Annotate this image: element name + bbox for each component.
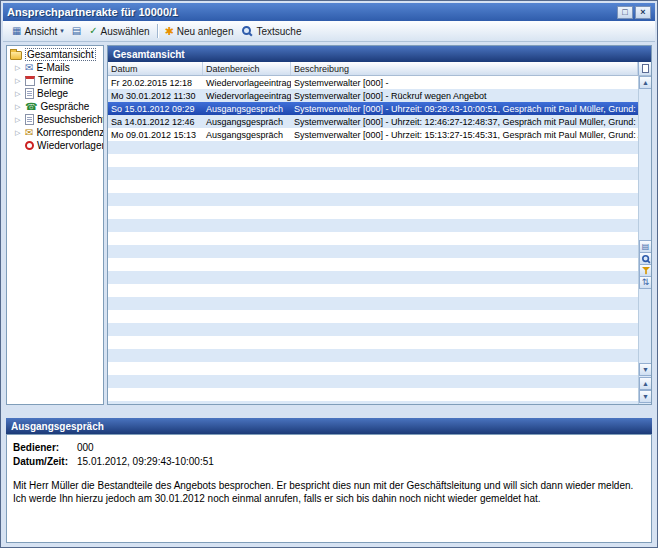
table-view-button[interactable]: ▤	[68, 25, 85, 37]
titlebar[interactable]: Ansprechpartnerakte für 10000/1 □ ×	[3, 3, 655, 21]
table-row-empty	[108, 362, 638, 375]
table-row-empty	[108, 141, 638, 154]
expander-icon[interactable]: ▷	[15, 116, 22, 124]
sort-button[interactable]: ⇅	[639, 276, 652, 289]
table-row[interactable]: Sa 14.01.2012 12:46 Ausgangsgespräch Sys…	[108, 115, 638, 128]
cell-datenbereich: Wiedervorlageeintrag	[203, 78, 291, 88]
table-row-empty	[108, 336, 638, 349]
restore-icon: □	[622, 7, 627, 17]
scroll-down-icon: ▼	[642, 366, 649, 373]
toolbar-separator	[157, 24, 158, 38]
field-datumzeit: Datum/Zeit: 15.01.2012, 09:29:43-10:00:5…	[13, 454, 645, 468]
toolbar: ▦ Ansicht ▾ ▤ ✓ Auswählen ✱ Neu anlegen …	[3, 21, 655, 42]
report-icon	[25, 114, 34, 125]
sidebar-item-label: Korrespondenzen	[36, 127, 104, 138]
table-body: Fr 20.02.2015 12:18 Wiedervorlageeintrag…	[108, 76, 638, 404]
note-line-1: Mit Herr Müller die Bestandteile des Ang…	[13, 479, 645, 492]
ansicht-button[interactable]: ▦ Ansicht ▾	[8, 25, 68, 38]
table-row-empty	[108, 375, 638, 388]
field-bediener: Bediener: 000	[13, 440, 645, 454]
column-header-beschreibung[interactable]: Beschreibung	[291, 62, 638, 75]
textsuche-button[interactable]: Textsuche	[237, 24, 305, 38]
main-section-header: Gesamtansicht	[108, 46, 651, 62]
detail-section-header: Ausgangsgespräch	[6, 418, 652, 434]
table-row-empty	[108, 245, 638, 258]
cell-datum: So 15.01.2012 09:29	[108, 104, 203, 114]
filter-icon	[642, 267, 650, 275]
table-row-empty	[108, 258, 638, 271]
cell-datenbereich: Ausgangsgespräch	[203, 104, 291, 114]
table-row-empty	[108, 323, 638, 336]
quick-search-button[interactable]	[639, 252, 652, 265]
sidebar-item-label: Wiedervorlagen	[37, 140, 104, 151]
sidebar-item-label: E-Mails	[36, 62, 69, 73]
sidebar-item-belege[interactable]: ▷ Belege	[7, 87, 103, 100]
column-options-button[interactable]	[638, 62, 651, 75]
sidebar-item-besuchsberichte[interactable]: ▷ Besuchsberichte	[7, 113, 103, 126]
phone-icon: ☎	[25, 102, 37, 112]
table-row[interactable]: Fr 20.02.2015 12:18 Wiedervorlageeintrag…	[108, 76, 638, 89]
search-icon	[241, 25, 253, 37]
clock-icon	[25, 141, 34, 150]
table-row-empty	[108, 193, 638, 206]
cell-beschreibung: Systemverwalter [000] - Uhrzeit: 09:29:4…	[291, 104, 638, 114]
scroll-up-button[interactable]: ▲	[639, 76, 652, 89]
close-button[interactable]: ×	[635, 6, 651, 19]
bediener-value: 000	[77, 442, 94, 453]
window: Ansprechpartnerakte für 10000/1 □ × ▦ An…	[0, 0, 658, 548]
next-record-button[interactable]: ▼	[639, 390, 652, 403]
datumzeit-label: Datum/Zeit:	[13, 456, 77, 467]
cell-beschreibung: Systemverwalter [000] - Uhrzeit: 15:13:2…	[291, 130, 638, 140]
ansicht-label: Ansicht	[24, 26, 57, 37]
neu-anlegen-button[interactable]: ✱ Neu anlegen	[161, 25, 238, 38]
sidebar-item-termine[interactable]: ▷ Termine	[7, 74, 103, 87]
table-view-icon: ▤	[72, 26, 81, 36]
table-row-empty	[108, 310, 638, 323]
sidebar-item-label: Gespräche	[40, 101, 89, 112]
cell-beschreibung: Systemverwalter [000] -	[291, 78, 638, 88]
mail-icon: ✉	[25, 63, 33, 73]
sheet-icon	[642, 64, 649, 73]
cell-beschreibung: Systemverwalter [000] - Uhrzeit: 12:46:2…	[291, 117, 638, 127]
auswaehlen-label: Auswählen	[101, 26, 150, 37]
sort-updown-icon: ⇅	[642, 278, 650, 287]
restore-button[interactable]: □	[617, 6, 633, 19]
caption-buttons: □ ×	[617, 6, 651, 19]
window-title: Ansprechpartnerakte für 10000/1	[7, 6, 178, 18]
document-icon	[25, 88, 34, 99]
column-header-datenbereich[interactable]: Datenbereich	[203, 62, 291, 75]
cell-datum: Sa 14.01.2012 12:46	[108, 117, 203, 127]
expander-icon[interactable]: ▷	[15, 103, 22, 111]
main-section-title: Gesamtansicht	[113, 49, 185, 60]
textsuche-label: Textsuche	[256, 26, 301, 37]
table-row-empty	[108, 180, 638, 193]
chevron-down-icon: ▾	[60, 27, 64, 35]
scroll-up-icon: ▲	[642, 79, 649, 86]
sidebar-item-label: Besuchsberichte	[37, 114, 104, 125]
expander-icon[interactable]: ▷	[15, 90, 22, 98]
letter-icon: ✉	[25, 128, 33, 138]
sidebar-item-wiedervorlagen[interactable]: Wiedervorlagen	[7, 139, 103, 152]
expander-icon[interactable]: ▷	[15, 64, 22, 72]
sidebar-item-gesamtansicht[interactable]: Gesamtansicht	[7, 48, 103, 61]
sidebar-item-emails[interactable]: ▷ ✉ E-Mails	[7, 61, 103, 74]
vertical-scrollbar[interactable]: ▲ ▤ ⇅ ▼ ▲ ▼	[638, 76, 651, 404]
auswaehlen-button[interactable]: ✓ Auswählen	[85, 25, 153, 38]
table-row[interactable]: Mo 09.01.2012 15:13 Ausgangsgespräch Sys…	[108, 128, 638, 141]
sidebar-item-label: Termine	[38, 75, 74, 86]
cell-datenbereich: Ausgangsgespräch	[203, 130, 291, 140]
cell-datum: Fr 20.02.2015 12:18	[108, 78, 203, 88]
cell-datenbereich: Ausgangsgespräch	[203, 117, 291, 127]
column-header-datum[interactable]: Datum	[108, 62, 203, 75]
sidebar-item-korrespondenzen[interactable]: ▷ ✉ Korrespondenzen	[7, 126, 103, 139]
expander-icon[interactable]: ▷	[15, 129, 22, 137]
sidebar-item-gespraeche[interactable]: ▷ ☎ Gespräche	[7, 100, 103, 113]
expander-icon[interactable]: ▷	[15, 77, 22, 85]
table-row-selected[interactable]: So 15.01.2012 09:29 Ausgangsgespräch Sys…	[108, 102, 638, 115]
table-row-empty	[108, 401, 638, 404]
table-row-empty	[108, 297, 638, 310]
scroll-down-button[interactable]: ▼	[639, 363, 652, 376]
new-item-icon: ✱	[165, 26, 174, 37]
previous-record-button[interactable]: ▲	[639, 377, 652, 390]
table-row[interactable]: Mo 30.01.2012 11:30 Wiedervorlageeintrag…	[108, 89, 638, 102]
